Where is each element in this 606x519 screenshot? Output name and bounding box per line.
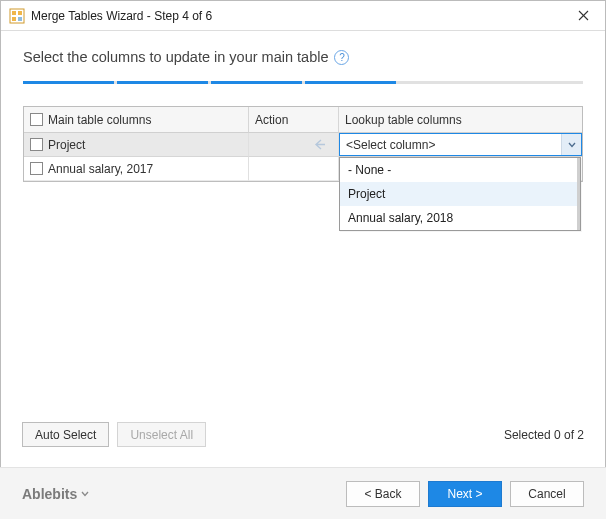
dropdown-scrollbar[interactable] [577,158,580,230]
columns-grid: Main table columns Action Lookup table c… [23,106,583,182]
arrow-left-icon [255,139,332,150]
header-action[interactable]: Action [249,107,339,133]
lookup-column-combo[interactable]: <Select column> - None - Project Annual … [339,133,582,156]
select-all-checkbox[interactable] [30,113,43,126]
row-action-cell [249,157,339,181]
grid-header: Main table columns Action Lookup table c… [24,107,582,133]
svg-rect-2 [18,11,22,15]
brand-label: Ablebits [22,486,77,502]
selection-status: Selected 0 of 2 [504,428,584,442]
row-checkbox[interactable] [30,162,43,175]
back-button[interactable]: < Back [346,481,420,507]
chevron-down-icon [81,490,89,498]
row-action-cell [249,133,339,157]
header-lookup[interactable]: Lookup table columns [339,107,582,133]
row-label: Annual salary, 2017 [48,162,153,176]
lookup-dropdown[interactable]: - None - Project Annual salary, 2018 [339,157,581,231]
close-icon [578,10,589,21]
step-progress [23,81,583,84]
combo-value: <Select column> [346,138,561,152]
heading-text: Select the columns to update in your mai… [23,49,328,65]
header-action-label: Action [255,113,288,127]
row-checkbox[interactable] [30,138,43,151]
app-icon [9,8,25,24]
combo-drop-button[interactable] [561,134,581,155]
next-button[interactable]: Next > [428,481,502,507]
row-label: Project [48,138,85,152]
lower-toolbar: Auto Select Unselect All Selected 0 of 2 [22,422,584,447]
chevron-down-icon [568,141,576,149]
cancel-button[interactable]: Cancel [510,481,584,507]
grid-body: Project <Select column> - None - [24,133,582,181]
svg-rect-1 [12,11,16,15]
header-main-label: Main table columns [48,113,151,127]
row-main-cell[interactable]: Project [24,133,249,157]
window-title: Merge Tables Wizard - Step 4 of 6 [31,9,561,23]
svg-rect-3 [12,17,16,21]
header-lookup-label: Lookup table columns [345,113,462,127]
footer: Ablebits < Back Next > Cancel [0,467,606,519]
brand-menu[interactable]: Ablebits [22,486,89,502]
table-row[interactable]: Project <Select column> - None - [24,133,582,157]
content-area: Select the columns to update in your mai… [1,31,605,182]
dropdown-option-project[interactable]: Project [340,182,580,206]
row-main-cell[interactable]: Annual salary, 2017 [24,157,249,181]
auto-select-button[interactable]: Auto Select [22,422,109,447]
header-main[interactable]: Main table columns [24,107,249,133]
unselect-all-button[interactable]: Unselect All [117,422,206,447]
dropdown-option-none[interactable]: - None - [340,158,580,182]
help-icon[interactable]: ? [334,50,349,65]
titlebar: Merge Tables Wizard - Step 4 of 6 [1,1,605,31]
row-lookup-cell: <Select column> - None - Project Annual … [339,133,582,157]
close-button[interactable] [561,1,605,30]
page-heading: Select the columns to update in your mai… [23,49,583,65]
svg-rect-4 [18,17,22,21]
dropdown-option-annual-salary-2018[interactable]: Annual salary, 2018 [340,206,580,230]
